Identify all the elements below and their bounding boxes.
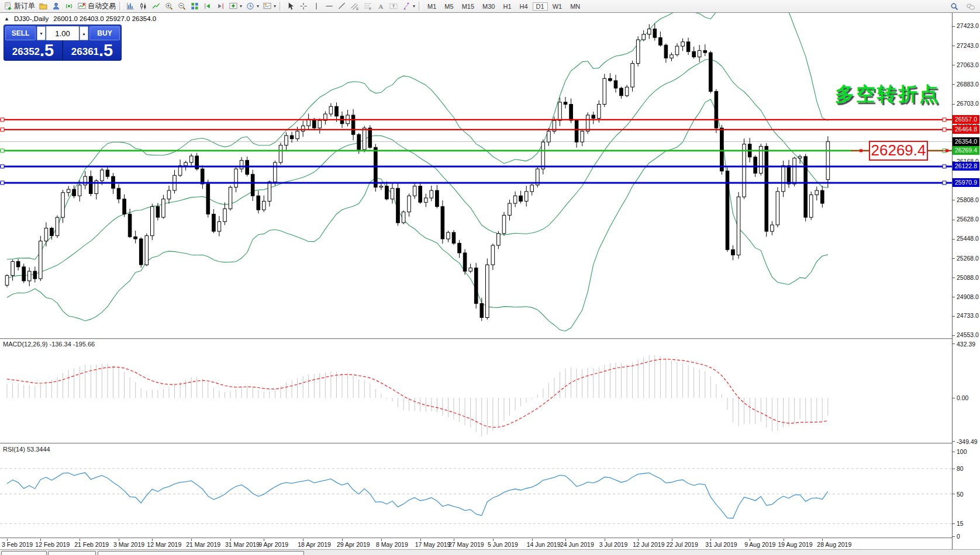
tf-button-MN[interactable]: MN: [567, 2, 584, 11]
zoom-out-button[interactable]: [176, 1, 188, 12]
search-button[interactable]: [948, 1, 960, 12]
chart-tab[interactable]: [98, 551, 304, 555]
axis-tick: [953, 239, 955, 240]
sell-button[interactable]: SELL: [5, 26, 36, 40]
buy-price-main: 26361: [71, 45, 99, 59]
line-chart-button[interactable]: [150, 1, 162, 12]
zoom-out-icon: [177, 2, 187, 11]
autotrading-button-label: 自动交易: [88, 1, 116, 11]
toolbar-separator: [419, 2, 422, 11]
date-label: 14 Jun 2019: [527, 541, 561, 548]
zoom-in-icon: [164, 2, 174, 11]
axis-tick: [953, 344, 955, 344]
date-label: 5 Jun 2019: [488, 541, 518, 548]
price-badge: 26464.8: [953, 125, 979, 134]
tf-button-W1[interactable]: W1: [549, 2, 566, 11]
collapse-trade-panel-icon[interactable]: ▲: [4, 16, 9, 22]
indicators-icon: [229, 2, 238, 11]
axis-tick: [953, 452, 955, 452]
periods-icon: [246, 2, 255, 11]
chart-shift-button[interactable]: [215, 1, 226, 12]
macd-histogram: [7, 355, 828, 436]
trendline-button[interactable]: [336, 1, 348, 12]
profiles-button[interactable]: [37, 1, 49, 12]
crosshair-button[interactable]: [298, 1, 309, 12]
tf-button-D1[interactable]: D1: [533, 2, 548, 11]
auto-scroll-icon: [203, 2, 212, 11]
horizontal-line-button[interactable]: [323, 1, 335, 12]
volume-input[interactable]: 1.00: [46, 26, 79, 40]
periods-button[interactable]: ▾: [244, 1, 260, 12]
price-level-label[interactable]: 26269.4: [869, 141, 928, 161]
indicators-button[interactable]: ▾: [227, 1, 243, 12]
price-tick-label: 25628.0: [957, 216, 979, 223]
buy-button[interactable]: BUY: [89, 26, 120, 40]
chart-tab[interactable]: [1, 551, 47, 555]
cursor-button[interactable]: [285, 1, 296, 12]
price-badge: 25970.9: [953, 178, 979, 187]
fibonacci-button[interactable]: F: [362, 1, 374, 12]
folder-icon: [39, 2, 48, 11]
axis-tick: [953, 316, 955, 317]
bar-chart-button[interactable]: [125, 1, 136, 12]
zoom-in-button[interactable]: [163, 1, 175, 12]
tf-button-H1[interactable]: H1: [499, 2, 515, 11]
chat-button[interactable]: [965, 1, 976, 12]
crosshair-icon: [299, 2, 308, 11]
dropdown-arrow-icon: ▾: [413, 4, 415, 9]
date-label: 12 Mar 2019: [147, 541, 181, 548]
price-badge: 26269.4: [953, 146, 979, 155]
price-tick-label: 26703.0: [957, 100, 979, 107]
buy-price-pips: .5: [99, 42, 113, 59]
text-icon: A: [376, 2, 385, 11]
macd-panel-canvas[interactable]: [0, 339, 952, 443]
market-watch-button[interactable]: [50, 1, 62, 12]
chart-tab[interactable]: [48, 551, 96, 555]
arrows-icon: [402, 2, 411, 11]
date-label: 12 Jul 2019: [633, 541, 664, 548]
price-level-lines[interactable]: [0, 118, 952, 185]
date-axis[interactable]: 3 Feb 201912 Feb 201921 Feb 20193 Mar 20…: [0, 539, 952, 549]
templates-button[interactable]: ▾: [261, 1, 277, 12]
candlestick-icon: [139, 2, 148, 11]
bollinger-bands: [7, 13, 828, 331]
volume-increase-button[interactable]: ▲: [80, 26, 88, 40]
dropdown-arrow-icon: ▾: [274, 4, 276, 9]
equidistant-channel-button[interactable]: E: [349, 1, 361, 12]
text-button[interactable]: A: [375, 1, 387, 12]
tf-button-M15[interactable]: M15: [458, 2, 478, 11]
chart-shift-icon: [216, 2, 225, 11]
volume-decrease-button[interactable]: ▼: [37, 26, 46, 40]
vertical-line-icon: [312, 2, 321, 11]
toolbar-separator: [279, 2, 282, 11]
rsi-tick-label: 0: [957, 533, 960, 540]
rsi-panel-canvas[interactable]: [0, 444, 952, 537]
main-chart-canvas[interactable]: [0, 13, 952, 338]
signals-button[interactable]: [63, 1, 75, 12]
axis-tick: [953, 104, 955, 105]
axis-tick: [953, 441, 955, 442]
tf-button-H4[interactable]: H4: [516, 2, 532, 11]
arrows-button[interactable]: ▾: [401, 1, 416, 12]
templates-icon: [263, 2, 272, 11]
tf-button-M30[interactable]: M30: [479, 2, 498, 11]
axis-tick: [953, 523, 955, 524]
svg-text:T: T: [392, 4, 395, 9]
buy-price[interactable]: 26361.5: [63, 40, 121, 60]
sell-price[interactable]: 26352.5: [4, 40, 62, 60]
text-label-button[interactable]: T: [388, 1, 399, 12]
tf-button-M5[interactable]: M5: [441, 2, 457, 11]
vertical-line-button[interactable]: [310, 1, 322, 12]
price-tick-label: 25808.0: [957, 196, 979, 203]
new-order-button[interactable]: 新订单: [2, 1, 36, 12]
tile-windows-button[interactable]: [189, 1, 201, 12]
tf-button-M1[interactable]: M1: [424, 2, 440, 11]
rsi-indicator-label: RSI(14) 53.3444: [3, 446, 50, 453]
autotrading-button[interactable]: 自动交易: [76, 1, 117, 12]
price-axis[interactable]: 27423.027243.027063.026883.026703.026523…: [952, 13, 980, 549]
date-label: 9 Aug 2019: [744, 541, 775, 548]
auto-scroll-button[interactable]: [202, 1, 213, 12]
new-order-icon: [4, 2, 13, 11]
rsi-level-lines: [0, 469, 952, 523]
candlestick-button[interactable]: [137, 1, 149, 12]
